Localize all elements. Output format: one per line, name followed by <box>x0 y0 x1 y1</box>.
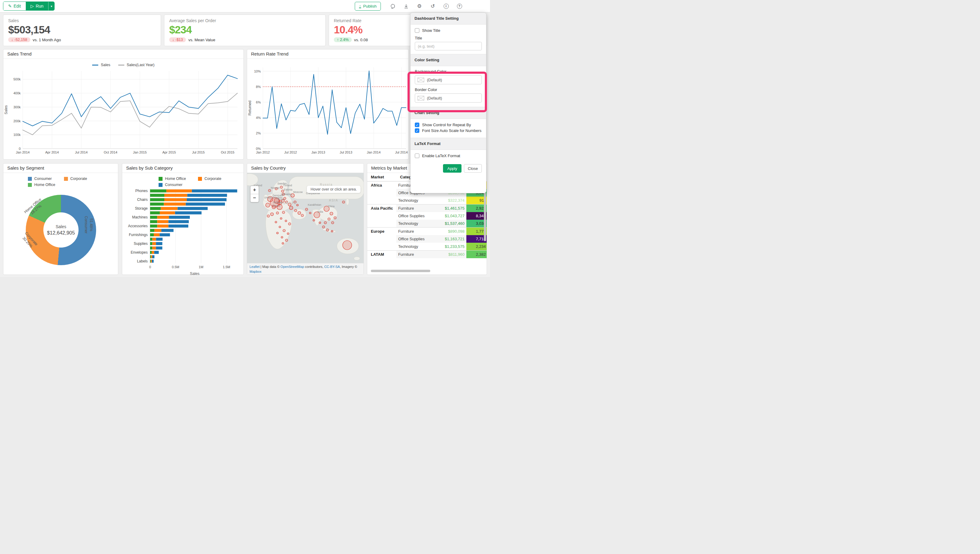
show-title-checkbox[interactable] <box>415 28 419 33</box>
svg-text:Supplies: Supplies <box>134 241 148 246</box>
zoom-out-button[interactable]: − <box>250 194 259 202</box>
legend-label: Corporate <box>70 177 88 181</box>
edit-button[interactable]: ✎ Edit <box>3 2 26 10</box>
attribution-link[interactable]: OpenStreetMap <box>280 265 304 268</box>
sales-trend-legend: SalesSales(Last Year) <box>3 63 243 67</box>
attribution-link[interactable]: Mapbox <box>250 270 261 273</box>
legend-swatch <box>159 183 162 187</box>
kpi-card-sales: Sales $503,154 ↓ -52,158 vs. 1 Month Ago <box>3 14 161 46</box>
category-cell: Technology <box>396 243 433 251</box>
panel-title: Sales by Country <box>247 163 364 173</box>
legend-label: Home Office <box>165 177 186 181</box>
horizontal-scrollbar[interactable] <box>371 270 430 272</box>
background-color-input[interactable]: (Default) <box>415 75 482 85</box>
svg-text:10%: 10% <box>254 69 261 73</box>
vertical-scrollbar[interactable] <box>484 193 486 241</box>
market-cell <box>367 189 396 196</box>
legend-item[interactable]: Home Office <box>28 183 55 187</box>
legend-item[interactable]: Sales(Last Year) <box>118 63 154 67</box>
svg-text:Jul 2013: Jul 2013 <box>340 150 352 154</box>
category-cell: Furniture <box>396 204 433 212</box>
settings-icon[interactable]: ⚙ <box>417 3 422 9</box>
kpi-compare-text: vs. 1 Month Ago <box>33 38 61 42</box>
donut-chart[interactable]: Sales $12,642,905 Home Office18.27% Corp… <box>3 187 119 275</box>
publish-button[interactable]: ↑ Publish <box>355 2 381 11</box>
world-map[interactable]: IcelandNorwaySwedenFinlandEstoniaLithuan… <box>247 173 364 264</box>
quantity-cell: 3,034 <box>466 220 487 228</box>
latex-checkbox[interactable] <box>415 153 419 158</box>
attribution-link[interactable]: CC-BY-SA <box>324 265 340 268</box>
history-icon[interactable]: ↺ <box>430 3 436 9</box>
no-color-swatch-icon <box>418 78 424 82</box>
table-row: Office Supplies$1,043,7278,345 <box>367 212 487 220</box>
subcategory-chart[interactable]: 00.5M1M1.5MPhonesChairsStorageMachinesAc… <box>122 187 243 277</box>
border-color-input[interactable]: (Default) <box>415 93 482 102</box>
kpi-label: Average Sales per Order <box>169 18 320 23</box>
quantity-cell: 2,923 <box>466 204 487 212</box>
sales-trend-chart[interactable]: 0100k200k300k400k500kJan 2014Apr 2014Jul… <box>3 59 243 161</box>
svg-text:ASIA: ASIA <box>329 199 338 202</box>
edit-button-label: Edit <box>14 4 21 8</box>
svg-text:France: France <box>272 204 280 207</box>
legend-label: Sales <box>101 63 110 67</box>
show-title-label: Show Title <box>422 28 440 33</box>
title-input[interactable] <box>415 42 482 50</box>
toolbar-icons: ⚙ ↺ i ? <box>390 3 462 9</box>
market-cell <box>367 235 396 243</box>
svg-text:0%: 0% <box>256 147 261 150</box>
return-rate-chart[interactable]: 0%2%4%6%8%10%Jan 2012Jul 2012Jan 2013Jul… <box>247 59 409 161</box>
show-title-checkbox-row[interactable]: Show Title <box>415 28 482 33</box>
sales-trend-panel: Sales Trend SalesSales(Last Year) 0100k2… <box>3 49 244 160</box>
comment-icon[interactable] <box>390 3 395 9</box>
legend-item[interactable]: Corporate <box>64 177 88 181</box>
svg-text:300k: 300k <box>13 105 21 109</box>
svg-text:0: 0 <box>19 147 21 150</box>
column-header[interactable]: Market <box>367 173 396 182</box>
table-row: Office Supplies$1,163,7217,718 <box>367 235 487 243</box>
svg-text:Jan 2014: Jan 2014 <box>16 150 29 154</box>
repeat-by-checkbox-row[interactable]: ✓ Show Control for Repeat By <box>415 123 482 127</box>
svg-text:Moscow: Moscow <box>293 190 303 193</box>
info-icon[interactable]: i <box>443 3 449 9</box>
legend-item[interactable]: Corporate <box>198 177 221 181</box>
panel-title: Return Rate Trend <box>247 49 409 59</box>
kpi-value: $234 <box>169 24 320 36</box>
apply-button[interactable]: Apply <box>443 164 461 172</box>
legend-item[interactable]: Sales <box>92 63 110 67</box>
svg-text:Jul 2015: Jul 2015 <box>192 150 205 154</box>
trend-badge: ↓ -52,158 <box>8 37 30 42</box>
font-autoscale-checkbox-row[interactable]: ✓ Font Size Auto Scale for Numbers <box>415 128 482 133</box>
svg-text:Jan 2014: Jan 2014 <box>367 150 380 154</box>
title-field-label: Title <box>415 36 482 40</box>
latex-checkbox-row[interactable]: Enable LaTeX Format <box>415 153 482 158</box>
zoom-in-button[interactable]: + <box>250 186 259 194</box>
sales-cell: $322,374 <box>433 196 466 204</box>
font-autoscale-checkbox[interactable]: ✓ <box>415 128 419 133</box>
svg-text:200k: 200k <box>13 119 21 123</box>
market-cell <box>367 243 396 251</box>
run-button[interactable]: ▷ Run <box>26 2 48 10</box>
attribution-link[interactable]: Leaflet <box>250 265 259 268</box>
sales-cell: $1,537,460 <box>433 220 466 228</box>
repeat-by-checkbox[interactable]: ✓ <box>415 123 419 127</box>
close-button[interactable]: Close <box>464 164 482 172</box>
legend-item[interactable]: Home Office <box>159 177 186 181</box>
table-row: Technology$322,374911 <box>367 196 487 204</box>
quantity-cell: 2,234 <box>466 243 487 251</box>
download-icon[interactable] <box>403 3 409 9</box>
section-header-chart-setting: Chart Setting <box>410 107 486 119</box>
panel-title: Sales by Segment <box>3 163 118 173</box>
panel-title: Sales Trend <box>3 49 243 59</box>
help-icon[interactable]: ? <box>457 3 462 9</box>
trend-badge: ↑ 2.4% <box>334 37 352 42</box>
legend-swatch <box>118 65 124 65</box>
table-row: EuropeFurniture$890,0981,777 <box>367 228 487 235</box>
arrow-up-icon: ↑ <box>337 38 339 42</box>
run-dropdown-button[interactable]: ▾ <box>48 2 54 10</box>
legend-item[interactable]: Consumer <box>28 177 52 181</box>
svg-text:Jan 2013: Jan 2013 <box>312 150 325 154</box>
svg-text:400k: 400k <box>13 91 21 95</box>
subcategory-panel: Sales by Sub Category Home OfficeCorpora… <box>122 163 244 275</box>
kpi-label: Sales <box>8 18 156 23</box>
legend-item[interactable]: Consumer <box>159 183 183 187</box>
